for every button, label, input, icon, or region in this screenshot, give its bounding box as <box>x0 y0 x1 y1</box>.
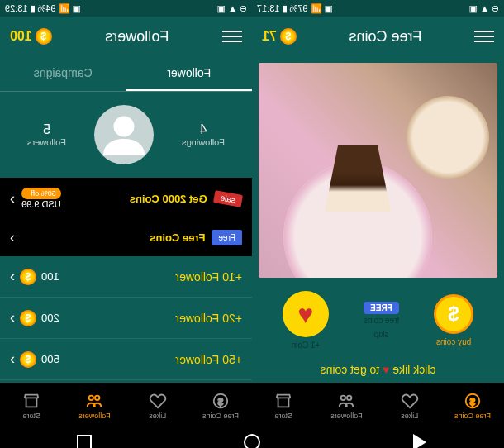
home-button[interactable] <box>239 429 265 448</box>
chevron-right-icon: › <box>10 190 15 207</box>
coins-icon: $ <box>212 392 230 410</box>
offer-free-coins[interactable]: Free Free Coins › <box>0 219 252 256</box>
cast-icon: ▣ <box>325 3 333 14</box>
clock: 13:29 <box>5 3 28 13</box>
nav-store[interactable]: Store <box>252 383 315 429</box>
svg-point-7 <box>95 396 100 401</box>
followings-stat: 4 Followings <box>182 122 225 147</box>
status-bar: ⊖ ▲ ▣ ▣ 📶 97% ▮ 13:17 <box>252 0 504 17</box>
nav-likes[interactable]: Likes <box>126 383 189 429</box>
free-tag: Free <box>212 230 242 245</box>
coin-icon: $ <box>280 28 297 45</box>
heart-icon <box>149 392 167 410</box>
signal-icon: 📶 <box>59 3 70 14</box>
followers-stat: 5 Followers <box>27 122 66 147</box>
package-20-follower[interactable]: +20 Follower 200 $ › <box>0 298 252 339</box>
heart-icon: ♥ <box>297 299 313 330</box>
coin-icon: $ <box>20 310 36 326</box>
battery-text: 94% <box>38 3 56 13</box>
status-bar: ⊖ ▲ ▣ ▣ 📶 94% ▮ 13:29 <box>0 0 252 17</box>
content-photo <box>259 63 497 278</box>
package-50-follower[interactable]: +50 Follower 500 $ › <box>0 339 252 380</box>
svg-point-4 <box>114 117 135 137</box>
profile-stats: 4 Followings 5 Followers <box>0 92 252 178</box>
coin-balance[interactable]: $ 100 <box>10 28 52 45</box>
followers-screen: ⊖ ▲ ▣ ▣ 📶 94% ▮ 13:29 Followers $ 100 Fo… <box>0 0 252 429</box>
sale-tag: sale <box>213 190 243 207</box>
coins-icon: $ <box>464 392 482 410</box>
system-nav <box>0 429 504 448</box>
offer-2000-coins[interactable]: sale Get 2000 Coins 50% off USD 9.99 › <box>0 178 252 219</box>
wifi-icon: ▲ <box>228 3 237 13</box>
battery-icon: ▮ <box>31 3 36 14</box>
free-coins-button[interactable]: FREE free coins skip <box>364 302 399 339</box>
tab-follower[interactable]: Follower <box>126 56 253 91</box>
upload-icon: ▣ <box>469 3 478 14</box>
coin-icon: $ <box>20 269 36 285</box>
followers-icon <box>337 392 355 410</box>
package-10-follower[interactable]: +10 Follower 100 $ › <box>0 256 252 298</box>
cta-text: click like ♥ to get coins <box>252 356 504 383</box>
back-button[interactable] <box>407 429 433 448</box>
chevron-right-icon: › <box>10 268 15 285</box>
chevron-right-icon: › <box>10 350 15 368</box>
battery-icon: ▮ <box>283 3 288 14</box>
nav-free-coins[interactable]: $ Free Coins <box>189 383 252 429</box>
page-title: Followers <box>105 28 169 45</box>
svg-text:$: $ <box>470 397 475 407</box>
buy-coins-button[interactable]: $ buy coins <box>434 294 473 346</box>
nav-likes[interactable]: Likes <box>378 383 441 429</box>
svg-text:$: $ <box>218 397 223 407</box>
header: Free Coins $ 71 <box>252 17 504 56</box>
signal-icon: 📶 <box>311 3 322 14</box>
dnd-icon: ⊖ <box>492 3 499 14</box>
wifi-icon: ▲ <box>480 3 489 13</box>
skip-button[interactable]: skip <box>374 330 389 339</box>
store-icon <box>22 392 40 410</box>
svg-point-2 <box>347 396 352 401</box>
chevron-right-icon: › <box>10 229 15 246</box>
menu-icon[interactable] <box>222 26 242 46</box>
menu-icon[interactable] <box>474 26 494 46</box>
dnd-icon: ⊖ <box>240 3 247 14</box>
coin-balance[interactable]: $ 71 <box>262 28 297 45</box>
upload-icon: ▣ <box>217 3 226 14</box>
clock: 13:17 <box>257 3 280 13</box>
person-icon <box>99 110 149 160</box>
coin-icon: $ <box>36 28 52 45</box>
coin-icon: $ <box>20 351 36 368</box>
page-title: Free Coins <box>349 28 421 45</box>
header: Followers $ 100 <box>0 17 252 56</box>
free-coins-screen: ⊖ ▲ ▣ ▣ 📶 97% ▮ 13:17 Free Coins $ 71 <box>252 0 504 429</box>
cast-icon: ▣ <box>73 3 81 14</box>
avatar[interactable] <box>94 105 154 164</box>
tab-campaigns[interactable]: Campaigns <box>0 56 126 91</box>
chevron-right-icon: › <box>10 309 15 326</box>
nav-followers[interactable]: Followers <box>315 383 378 429</box>
nav-store[interactable]: Store <box>0 383 63 429</box>
store-icon <box>274 392 292 410</box>
battery-text: 97% <box>290 3 308 13</box>
bottom-nav: $ Free Coins Likes Followers Store <box>0 383 252 429</box>
svg-point-3 <box>341 396 346 401</box>
followers-icon <box>85 392 103 410</box>
heart-icon: ♥ <box>383 363 389 376</box>
like-button[interactable]: ♥ +1 Coin <box>283 291 329 350</box>
heart-icon <box>401 392 419 410</box>
nav-followers[interactable]: Followers <box>63 383 126 429</box>
recents-button[interactable] <box>71 429 97 448</box>
dollar-icon: $ <box>434 294 473 334</box>
nav-free-coins[interactable]: $ Free Coins <box>441 383 504 429</box>
svg-point-8 <box>89 396 94 401</box>
bottom-nav: $ Free Coins Likes Followers Store <box>252 383 504 429</box>
